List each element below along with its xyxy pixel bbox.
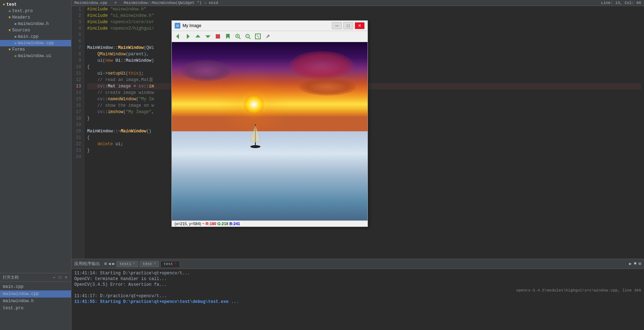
- opencv-window-title: My Image: [183, 23, 332, 28]
- open-doc-testpro[interactable]: test.pro: [0, 305, 71, 312]
- line-num-1: 1: [74, 6, 81, 12]
- panel-pin-btn[interactable]: □: [58, 275, 63, 280]
- h-file-icon: ■: [14, 22, 16, 26]
- opencv-restore-btn[interactable]: □: [343, 22, 353, 29]
- panel-minimize-btn[interactable]: ─: [52, 275, 56, 280]
- opencv-minimize-btn[interactable]: ─: [332, 22, 342, 29]
- sidebar-item-project[interactable]: ▼ test: [0, 1, 71, 8]
- bp-run-icon[interactable]: ▶: [629, 261, 631, 266]
- svg-marker-5: [226, 34, 230, 39]
- main-area: ▼ test ■ test.pro ▼ Headers ■: [0, 0, 644, 330]
- sidebar-item-mainwindow-ui[interactable]: ■ mainwindow.ui: [0, 53, 71, 59]
- line-num-5: 5: [74, 32, 81, 38]
- svg-marker-0: [176, 34, 179, 39]
- sidebar-item-forms[interactable]: ▼ Forms: [0, 46, 71, 53]
- cv-stop-btn[interactable]: [214, 32, 222, 40]
- editor-position: Line: 13, Col: 66: [601, 1, 641, 5]
- line-num-18: 18: [74, 115, 81, 122]
- cv-forward-btn[interactable]: [184, 32, 192, 40]
- cv-up-btn[interactable]: [194, 32, 202, 40]
- opencv-image-display: [172, 42, 368, 220]
- folder-forms-icon: ▼: [9, 48, 11, 52]
- bottom-tab-test1[interactable]: test1 ×: [116, 261, 138, 267]
- line-num-16: 16: [74, 102, 81, 109]
- sailboat: [248, 123, 263, 153]
- project-tree: ▼ test ■ test.pro ▼ Headers ■: [0, 0, 71, 273]
- sidebar-item-mainwindow-h[interactable]: ■ mainwindow.h: [0, 21, 71, 27]
- sun-glow: [243, 94, 265, 115]
- sidebar-item-mainwindow-cpp[interactable]: ■ mainwindow.cpp: [0, 40, 71, 46]
- sidebar-item-sources[interactable]: ▼ Sources: [0, 27, 71, 34]
- mainwindow-h-label: mainwindow.h: [18, 21, 49, 26]
- cv-back-btn[interactable]: [174, 32, 182, 40]
- panel-close-btn[interactable]: ×: [64, 275, 68, 280]
- cv-zoom-out-btn[interactable]: [244, 32, 252, 40]
- bp-icon-1[interactable]: ⊞: [104, 261, 107, 266]
- cv-zoom-in-btn[interactable]: [234, 32, 242, 40]
- open-doc-mainwindow-cpp[interactable]: mainwindow.cpp: [0, 290, 71, 298]
- pixel-g: G:218: [218, 222, 229, 226]
- code-line-1: #include "mainwindow.h": [87, 6, 641, 12]
- cloud-3: [299, 78, 356, 96]
- cpp-file-icon-main: ■: [14, 35, 16, 39]
- sidebar-item-testpro[interactable]: ■ test.pro: [0, 8, 71, 14]
- line-num-12: 12: [74, 77, 81, 83]
- bottom-tab-test3-close[interactable]: ×: [175, 262, 177, 266]
- open-docs-header: 打开文档 ─ □ ×: [0, 273, 71, 282]
- bottom-tab-test2[interactable]: test ×: [140, 261, 159, 267]
- cv-fit-btn[interactable]: [254, 32, 262, 40]
- bp-icon-2[interactable]: ◀: [108, 261, 111, 266]
- sidebar-item-main-cpp[interactable]: ■ main.cpp: [0, 34, 71, 40]
- open-doc-main-cpp[interactable]: main.cpp: [0, 283, 71, 290]
- line-num-6: 6: [74, 38, 81, 45]
- line-num-17: 17: [74, 109, 81, 115]
- ui-file-icon: ■: [14, 54, 16, 58]
- editor-area: MainWindow.cpp × MainWindow::MainWindow(…: [71, 0, 644, 330]
- output-line-3: OpenCV(3.4.5) Error: Assertion fa...: [74, 282, 641, 288]
- svg-line-7: [239, 37, 240, 39]
- svg-rect-4: [216, 34, 220, 39]
- line-num-3: 3: [74, 19, 81, 25]
- bottom-tab-test3[interactable]: test ×: [160, 261, 180, 267]
- bp-clear-icon[interactable]: ⊠: [639, 261, 641, 266]
- bottom-tab-test1-label: test1: [120, 262, 131, 266]
- opencv-close-btn[interactable]: ✕: [355, 22, 365, 29]
- folder-headers-icon: ▼: [9, 16, 11, 20]
- pixel-r: R:180: [206, 222, 216, 226]
- line-num-14: 14: [74, 90, 81, 96]
- water-layer: [172, 131, 368, 220]
- line-num-19: 19: [74, 122, 81, 128]
- output-line-5: 11:41:17: D:/practice/qt+opencv/t...: [74, 293, 641, 299]
- bottom-tab-test2-close[interactable]: ×: [154, 262, 156, 266]
- svg-line-14: [257, 35, 259, 37]
- opencv-window-controls: ─ □ ✕: [332, 22, 365, 29]
- line-num-15: 15: [74, 96, 81, 102]
- bottom-tab-test3-label: test: [164, 262, 173, 266]
- project-label: test: [6, 2, 17, 7]
- output-line-1: 11:41:14: Starting D:\practice\qt+opencv…: [74, 270, 641, 276]
- cpp-file-icon-mainwindow: ■: [14, 41, 16, 45]
- editor-topbar: MainWindow.cpp × MainWindow::MainWindow(…: [71, 0, 644, 6]
- sidebar-item-headers[interactable]: ▼ Headers: [0, 14, 71, 21]
- opencv-titlebar: 1! My Image ─ □ ✕: [172, 21, 368, 31]
- cv-bookmark-btn[interactable]: [224, 32, 232, 40]
- bp-icon-3[interactable]: ▶: [112, 261, 115, 266]
- svg-marker-3: [205, 35, 210, 38]
- opencv-statusbar: (x=215, y=584) ~ R:180 G:218 B:241: [172, 220, 368, 227]
- line-num-11: 11: [74, 70, 81, 77]
- bp-stop-icon[interactable]: ■: [634, 261, 636, 266]
- open-doc-mainwindow-h[interactable]: mainwindow.h: [0, 298, 71, 305]
- bottom-tab-test1-close[interactable]: ×: [133, 262, 135, 266]
- opencv-toolbar: [172, 31, 368, 42]
- panel-header-icons: ─ □ ×: [52, 275, 68, 280]
- code-line-2: #include "ui_mainwindow.h": [87, 12, 641, 19]
- cv-down-btn[interactable]: [204, 32, 212, 40]
- cv-pen-btn[interactable]: [264, 32, 272, 40]
- editor-breadcrumb: MainWindow.cpp × MainWindow::MainWindow(…: [74, 1, 218, 5]
- opencv-window-icon: 1!: [175, 23, 180, 29]
- app-container: ▼ test ■ test.pro ▼ Headers ■: [0, 0, 644, 330]
- line-num-8: 8: [74, 51, 81, 57]
- open-docs-list: main.cpp mainwindow.cpp mainwindow.h tes…: [0, 282, 71, 313]
- mainwindow-ui-label: mainwindow.ui: [18, 54, 51, 59]
- svg-marker-1: [187, 34, 190, 39]
